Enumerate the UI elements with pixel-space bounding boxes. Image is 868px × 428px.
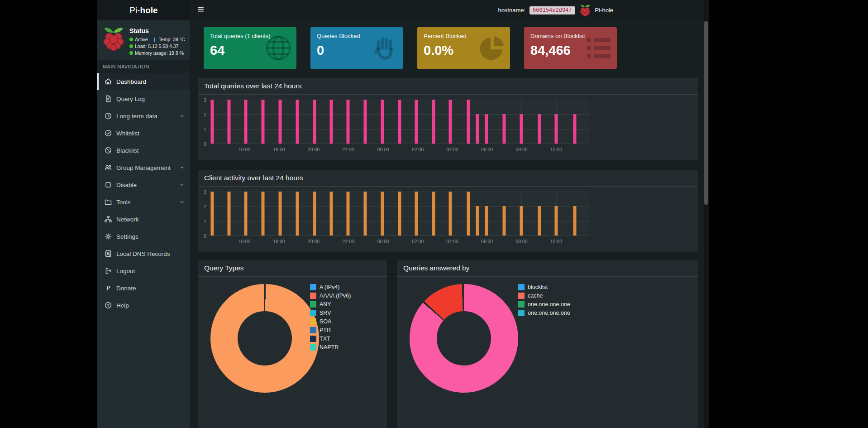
brand-link[interactable]: Pi-hole [97,0,190,20]
top-navbar: Pi-hole hostname: 666154e2d947 Pi-hole [97,0,704,20]
sidebar-item-group-management[interactable]: Group Management [97,159,190,176]
users-icon [104,164,112,171]
bar [502,206,506,236]
sidebar-item-label: Network [116,216,139,223]
chevron-down-icon [179,182,185,188]
legend-label: TXT [320,336,330,342]
x-axis-tick: 18:00 [273,147,285,152]
y-axis-tick: 3 [199,189,206,195]
sidebar-item-whitelist[interactable]: Whitelist [97,125,190,142]
legend-item-txt[interactable]: TXT [310,336,351,342]
bar [485,114,488,144]
panel-title: Total queries over last 24 hours [198,78,698,95]
legend-item-naptr[interactable]: NAPTR [310,344,351,351]
x-axis-tick: 00:00 [377,239,389,244]
sidebar-item-logout[interactable]: Logout [97,262,190,279]
legend-swatch [310,344,316,351]
query-types-legend: A (IPv4) AAAA (IPv6) ANY SRV SOA PTR TXT… [310,284,351,353]
sidebar-item-label: Blacklist [116,147,139,154]
total-queries-bar-chart: 012316:0018:0020:0022:0000:0002:0004:000… [201,99,695,157]
legend-label: PTR [320,327,331,333]
sidebar-toggle-button[interactable] [190,5,211,15]
bar [502,114,506,144]
y-axis-tick: 0 [199,141,206,147]
legend-item-ptr[interactable]: PTR [310,327,351,333]
query-types-doughnut-chart [210,284,319,393]
x-axis-tick: 10:00 [550,147,562,152]
page-scrollbar[interactable] [704,0,709,428]
bar [554,114,558,144]
bar [520,114,523,144]
doughnut-hole [437,311,491,365]
brand-text: Pi- [129,5,140,15]
bar [476,206,479,236]
x-axis-tick: 02:00 [412,147,424,152]
sidebar-item-label: Donate [116,285,136,292]
sidebar-item-tools[interactable]: Tools [97,193,190,211]
bar [538,206,541,236]
svg-text:P: P [106,285,110,292]
panel-total-queries: Total queries over last 24 hours 012316:… [198,78,698,160]
sidebar-item-help[interactable]: ? Help [97,297,190,314]
sidebar-item-dashboard[interactable]: Dashboard [97,73,190,90]
legend-swatch [518,284,525,290]
legend-swatch [310,310,316,316]
legend-item-one-one-one-one[interactable]: one.one.one.one [518,301,570,308]
bar [432,100,435,144]
legend-item-any[interactable]: ANY [310,301,351,308]
sidebar-item-label: Long term data [116,113,157,120]
file-icon [104,95,112,102]
bar [364,100,367,144]
scrollbar-thumb[interactable] [704,21,708,205]
bar [467,100,470,144]
y-axis-tick: 0 [199,233,206,239]
legend-swatch [310,301,316,308]
answered-by-legend: blocklist cache one.one.one.one one.one.… [518,284,570,318]
x-axis-tick: 02:00 [412,239,424,244]
legend-swatch [518,310,525,316]
legend-swatch [310,336,316,342]
bar [262,100,265,144]
bar-chart-plot: 012316:0018:0020:0022:0000:0002:0004:000… [209,192,589,236]
bar [432,192,435,236]
legend-item-a-ipv4[interactable]: A (IPv4) [310,284,351,290]
panel-title: Queries answered by [397,260,698,277]
sidebar-item-query-log[interactable]: Query Log [97,90,190,107]
legend-item-aaaa-ipv6[interactable]: AAAA (IPv6) [310,293,351,299]
green-dot-icon [129,51,133,55]
x-axis-tick: 22:00 [342,147,354,152]
sidebar-item-local-dns-records[interactable]: Local DNS Records [97,245,190,262]
legend-item-blocklist[interactable]: blocklist [518,284,570,290]
sidebar-item-long-term-data[interactable]: Long term data [97,107,190,125]
bar-chart-plot: 012316:0018:0020:0022:0000:0002:0004:000… [209,100,589,144]
bar [210,192,214,236]
x-axis-tick: 06:00 [481,147,493,152]
home-icon [104,78,112,85]
legend-item-one-one-one-one[interactable]: one.one.one.one [518,310,570,316]
hostname-label: hostname: [498,7,525,14]
sidebar-item-disable[interactable]: Disable [97,176,190,193]
sidebar-item-network[interactable]: Network [97,211,190,228]
sidebar-item-settings[interactable]: Settings [97,228,190,245]
bar [398,192,401,236]
sidebar-item-blacklist[interactable]: Blacklist [97,142,190,159]
sidebar-item-label: Logout [116,268,135,274]
y-axis-tick: 2 [199,204,206,209]
chevron-down-icon [179,113,185,119]
legend-item-srv[interactable]: SRV [310,310,351,316]
x-axis-tick: 04:00 [446,147,458,152]
y-axis-tick: 3 [199,97,206,103]
bar [449,192,452,236]
bar [329,192,333,236]
bar [467,192,470,236]
legend-item-cache[interactable]: cache [518,293,570,299]
x-axis-tick: 06:00 [481,239,493,244]
card-total-queries-1-clients: Total queries (1 clients) 64 [204,27,296,69]
legend-swatch [518,301,525,308]
sitemap-icon [104,216,112,223]
sidebar-item-donate[interactable]: P Donate [97,279,190,297]
bar [313,100,316,144]
legend-item-soa[interactable]: SOA [310,318,351,325]
bar [279,100,282,144]
panel-client-activity: Client activity over last 24 hours 01231… [198,170,698,252]
